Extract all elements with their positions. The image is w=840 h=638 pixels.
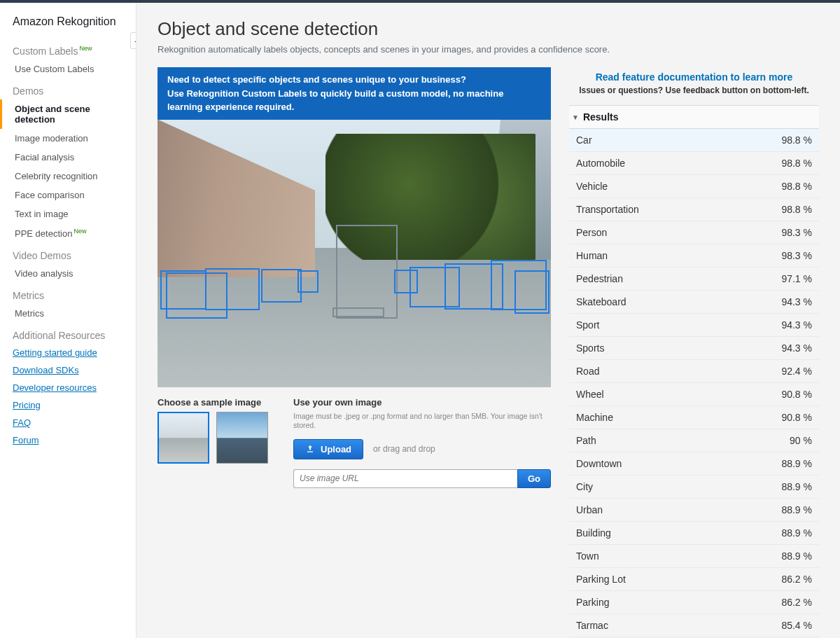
result-label: City (576, 481, 593, 492)
result-row[interactable]: Downtown88.9 % (569, 452, 819, 476)
result-confidence: 97.1 % (781, 273, 812, 284)
sidebar-item-video-analysis[interactable]: Video analysis (0, 264, 136, 283)
result-confidence: 98.8 % (781, 158, 812, 169)
sidebar-item-label: Use Custom Labels (15, 64, 94, 74)
result-row[interactable]: Path90 % (569, 429, 819, 452)
result-confidence: 94.3 % (781, 319, 812, 331)
sidebar-section-additional-resources: Additional Resources (0, 323, 136, 344)
sidebar-item-label: Facial analysis (15, 152, 74, 162)
result-confidence: 90 % (790, 435, 812, 446)
sidebar-section-custom-labels: Custom LabelsNew (0, 38, 136, 60)
sidebar-item-object-scene-detection[interactable]: Object and scene detection (0, 99, 136, 129)
sidebar-item-label: Object and scene detection (15, 104, 90, 125)
result-row[interactable]: Human98.3 % (569, 244, 819, 268)
result-row[interactable]: Car98.8 % (569, 129, 819, 152)
result-confidence: 88.9 % (781, 504, 812, 515)
sidebar-item-metrics[interactable]: Metrics (0, 304, 136, 323)
sidebar-link-pricing[interactable]: Pricing (0, 396, 136, 414)
sidebar-section-label: Custom Labels (13, 46, 78, 57)
sidebar-item-image-moderation[interactable]: Image moderation (0, 129, 136, 148)
sidebar-item-ppe-detection[interactable]: PPE detectionNew (0, 223, 136, 243)
result-label: Sports (576, 342, 604, 354)
upload-icon (305, 444, 315, 454)
go-button[interactable]: Go (517, 469, 551, 488)
sidebar-link-developer-resources[interactable]: Developer resources (0, 379, 136, 396)
result-confidence: 98.8 % (781, 134, 812, 146)
detection-bbox[interactable] (205, 268, 260, 310)
upload-button-label: Upload (321, 444, 351, 455)
image-url-input[interactable] (293, 469, 517, 488)
result-label: Parking Lot (576, 574, 626, 585)
new-badge: New (79, 45, 92, 52)
result-label: Person (576, 227, 607, 238)
result-row[interactable]: City88.9 % (569, 476, 819, 499)
result-label: Town (576, 550, 599, 562)
result-confidence: 98.3 % (781, 250, 812, 261)
result-row[interactable]: Town88.9 % (569, 545, 819, 568)
result-label: Parking (576, 597, 609, 608)
result-confidence: 85.4 % (781, 620, 812, 631)
result-row[interactable]: Transportation98.8 % (569, 198, 819, 221)
sample-thumb-city[interactable] (216, 412, 268, 464)
sidebar-link-getting-started[interactable]: Getting started guide (0, 344, 136, 361)
result-row[interactable]: Tarmac85.4 % (569, 614, 819, 637)
result-label: Wheel (576, 389, 604, 400)
result-confidence: 90.8 % (781, 389, 812, 400)
result-row[interactable]: Urban88.9 % (569, 499, 819, 522)
result-row[interactable]: Machine90.8 % (569, 406, 819, 429)
result-label: Automobile (576, 158, 625, 169)
result-row[interactable]: Pedestrian97.1 % (569, 268, 819, 291)
results-list: Car98.8 %Automobile98.8 %Vehicle98.8 %Tr… (569, 129, 819, 637)
result-row[interactable]: Sport94.3 % (569, 314, 819, 337)
detection-bbox[interactable] (261, 269, 302, 303)
result-row[interactable]: Vehicle98.8 % (569, 175, 819, 198)
result-confidence: 88.9 % (781, 481, 812, 492)
sidebar: Amazon Rekognition ◀ Custom LabelsNew Us… (0, 3, 136, 638)
detection-bbox[interactable] (298, 270, 318, 293)
result-confidence: 88.9 % (781, 527, 812, 539)
result-confidence: 88.9 % (781, 550, 812, 562)
result-row[interactable]: Parking Lot86.2 % (569, 568, 819, 591)
result-label: Building (576, 527, 611, 539)
result-row[interactable]: Wheel90.8 % (569, 383, 819, 406)
sidebar-link-download-sdks[interactable]: Download SDKs (0, 361, 136, 379)
detection-bbox[interactable] (332, 307, 384, 317)
detection-bbox[interactable] (514, 270, 550, 314)
sidebar-item-label: Image moderation (15, 133, 88, 144)
result-label: Urban (576, 504, 603, 515)
result-confidence: 88.9 % (781, 458, 812, 469)
sidebar-item-celebrity-recognition[interactable]: Celebrity recognition (0, 167, 136, 186)
result-row[interactable]: Automobile98.8 % (569, 152, 819, 175)
sidebar-link-faq[interactable]: FAQ (0, 414, 136, 431)
result-confidence: 98.8 % (781, 204, 812, 215)
sidebar-item-text-in-image[interactable]: Text in image (0, 204, 136, 223)
documentation-link[interactable]: Read feature documentation to learn more (569, 71, 819, 83)
result-row[interactable]: Building88.9 % (569, 522, 819, 545)
result-row[interactable]: Parking86.2 % (569, 591, 819, 614)
result-label: Downtown (576, 458, 622, 469)
sidebar-item-label: Metrics (15, 308, 44, 319)
result-row[interactable]: Sports94.3 % (569, 337, 819, 360)
result-confidence: 98.3 % (781, 227, 812, 238)
result-confidence: 94.3 % (781, 342, 812, 354)
sidebar-item-face-comparison[interactable]: Face comparison (0, 186, 136, 204)
sidebar-item-facial-analysis[interactable]: Facial analysis (0, 148, 136, 167)
custom-labels-banner[interactable]: Need to detect specific objects and scen… (158, 67, 551, 120)
result-confidence: 94.3 % (781, 296, 812, 307)
caret-down-icon: ▼ (572, 113, 579, 121)
result-row[interactable]: Road92.4 % (569, 360, 819, 383)
sidebar-item-label: PPE detection (15, 228, 72, 239)
chevron-left-icon: ◀ (134, 37, 136, 45)
sidebar-item-label: Face comparison (15, 190, 85, 200)
result-confidence: 86.2 % (781, 574, 812, 585)
sidebar-item-use-custom-labels[interactable]: Use Custom Labels (0, 60, 136, 78)
sidebar-link-forum[interactable]: Forum (0, 431, 136, 449)
sample-thumb-street[interactable] (158, 412, 209, 464)
result-row[interactable]: Skateboard94.3 % (569, 291, 819, 314)
upload-button[interactable]: Upload (293, 439, 363, 459)
sidebar-collapse-button[interactable]: ◀ (130, 32, 136, 49)
results-header[interactable]: ▼ Results (569, 105, 819, 129)
result-row[interactable]: Person98.3 % (569, 221, 819, 244)
detection-bbox[interactable] (336, 225, 398, 319)
main-content: Object and scene detection Rekognition a… (136, 3, 840, 638)
